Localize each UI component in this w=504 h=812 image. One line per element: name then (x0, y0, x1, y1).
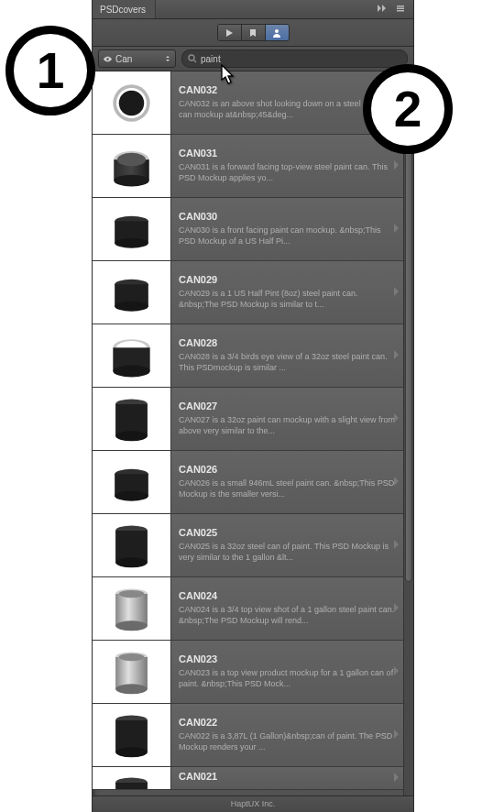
item-info: CAN031CAN031 is a forward facing top-vie… (171, 135, 403, 197)
item-title: CAN023 (179, 653, 396, 664)
item-description: CAN027 is a 32oz paint can mockup with a… (179, 415, 396, 436)
item-info: CAN026CAN026 is a small 946mL steel pain… (171, 451, 403, 513)
list-item[interactable]: CAN028CAN028 is a 3/4 birds eye view of … (93, 324, 403, 388)
item-title: CAN031 (179, 148, 396, 159)
svg-point-27 (115, 557, 148, 567)
svg-point-31 (119, 589, 145, 597)
annotation-1: 1 (5, 26, 95, 115)
item-info: CAN023CAN023 is a top view product mocku… (171, 641, 403, 703)
svg-point-21 (115, 431, 148, 441)
item-description: CAN030 is a front facing paint can mocku… (179, 225, 396, 247)
svg-point-11 (115, 237, 148, 247)
scrollbar[interactable] (403, 71, 413, 796)
item-thumbnail (93, 324, 171, 387)
svg-point-8 (117, 152, 146, 166)
list-item[interactable]: CAN023CAN023 is a top view product mocku… (93, 641, 403, 704)
chevron-right-icon (392, 727, 400, 743)
toolbar (93, 19, 413, 47)
item-title: CAN026 (179, 464, 396, 475)
play-button[interactable] (218, 25, 242, 40)
svg-point-24 (115, 490, 148, 500)
eye-icon (103, 54, 113, 64)
chevron-right-icon (392, 158, 400, 174)
svg-point-0 (275, 29, 279, 33)
search-input[interactable]: paint (181, 49, 408, 68)
item-title: CAN025 (179, 527, 396, 538)
item-description: CAN026 is a small 946mL steel paint can.… (179, 478, 396, 499)
item-description: CAN023 is a top view product mockup for … (179, 668, 396, 689)
results-list: CAN032CAN032 is an above shot looking do… (93, 71, 403, 796)
chevron-right-icon (392, 411, 400, 427)
search-value: paint (201, 54, 221, 64)
list-item[interactable]: CAN029CAN029 is a 1 US Half Pint (8oz) s… (93, 261, 403, 324)
collapse-icon[interactable] (377, 1, 388, 17)
item-info: CAN021 (171, 767, 403, 789)
list-item[interactable]: CAN025CAN025 is a 32oz steel can of pain… (93, 514, 403, 577)
item-info: CAN022CAN022 is a 3,87L (1 Gallon)&nbsp;… (171, 704, 403, 766)
chevron-right-icon (392, 537, 400, 554)
item-thumbnail (93, 71, 171, 134)
chevron-right-icon (392, 664, 400, 680)
svg-point-18 (113, 365, 149, 377)
item-thumbnail (93, 451, 171, 513)
chevron-right-icon (392, 600, 400, 617)
list-item[interactable]: CAN022CAN022 is a 3,87L (1 Gallon)&nbsp;… (93, 704, 403, 767)
list-item[interactable]: CAN032CAN032 is an above shot looking do… (93, 71, 403, 135)
item-info: CAN030CAN030 is a front facing paint can… (171, 198, 403, 260)
svg-point-1 (189, 55, 194, 60)
item-info: CAN029CAN029 is a 1 US Half Pint (8oz) s… (171, 261, 403, 324)
panel-tab-bar: PSDcovers (93, 0, 413, 19)
chevron-right-icon (392, 770, 400, 786)
item-thumbnail (93, 514, 171, 576)
list-item[interactable]: CAN026CAN026 is a small 946mL steel pain… (93, 451, 403, 514)
svg-point-38 (115, 747, 148, 757)
chevron-right-icon (392, 221, 400, 237)
chevron-right-icon (392, 474, 400, 490)
item-title: CAN029 (179, 274, 396, 285)
footer: HaptUX Inc. (93, 796, 413, 812)
item-title: CAN022 (179, 717, 396, 728)
item-description: CAN024 is a 3/4 top view shot of a 1 gal… (179, 605, 396, 626)
list-item[interactable]: CAN031CAN031 is a forward facing top-vie… (93, 135, 403, 198)
item-thumbnail (93, 388, 171, 450)
item-thumbnail (93, 198, 171, 260)
item-thumbnail (93, 577, 171, 640)
svg-point-34 (115, 684, 148, 694)
annotation-2: 2 (363, 64, 453, 154)
item-info: CAN025CAN025 is a 32oz steel can of pain… (171, 514, 403, 576)
item-info: CAN027CAN027 is a 32oz paint can mockup … (171, 388, 403, 450)
item-title: CAN021 (179, 771, 396, 782)
chevron-updown-icon (164, 55, 171, 62)
user-button[interactable] (266, 25, 289, 40)
item-title: CAN027 (179, 401, 396, 411)
item-description: CAN022 is a 3,87L (1 Gallon)&nbsp;can of… (179, 731, 396, 752)
item-title: CAN030 (179, 211, 396, 222)
item-thumbnail (93, 261, 171, 324)
panel-menu-icon[interactable] (395, 1, 406, 17)
category-dropdown[interactable]: Can (98, 49, 176, 68)
svg-point-7 (114, 174, 149, 186)
svg-point-30 (115, 620, 148, 631)
item-title: CAN024 (179, 590, 396, 601)
item-thumbnail (93, 135, 171, 197)
search-icon (188, 54, 197, 63)
item-thumbnail (93, 704, 171, 766)
list-item[interactable]: CAN024CAN024 is a 3/4 top view shot of a… (93, 577, 403, 641)
panel-tab[interactable]: PSDcovers (93, 0, 156, 18)
bookmark-button[interactable] (242, 25, 266, 40)
item-title: CAN028 (179, 337, 396, 348)
item-thumbnail (93, 767, 171, 789)
list-item[interactable]: CAN021 (93, 767, 403, 790)
list-item[interactable]: CAN030CAN030 is a front facing paint can… (93, 198, 403, 261)
svg-point-35 (119, 653, 145, 660)
item-thumbnail (93, 641, 171, 703)
item-title: CAN032 (179, 84, 396, 95)
svg-point-4 (119, 90, 145, 115)
item-description: CAN025 is a 32oz steel can of paint. Thi… (179, 542, 396, 563)
view-mode-segment (217, 24, 290, 41)
list-item[interactable]: CAN027CAN027 is a 32oz paint can mockup … (93, 388, 403, 451)
filter-bar: Can paint (93, 47, 413, 71)
item-info: CAN028CAN028 is a 3/4 birds eye view of … (171, 324, 403, 387)
chevron-right-icon (392, 347, 400, 364)
item-description: CAN029 is a 1 US Half Pint (8oz) steel p… (179, 289, 396, 310)
